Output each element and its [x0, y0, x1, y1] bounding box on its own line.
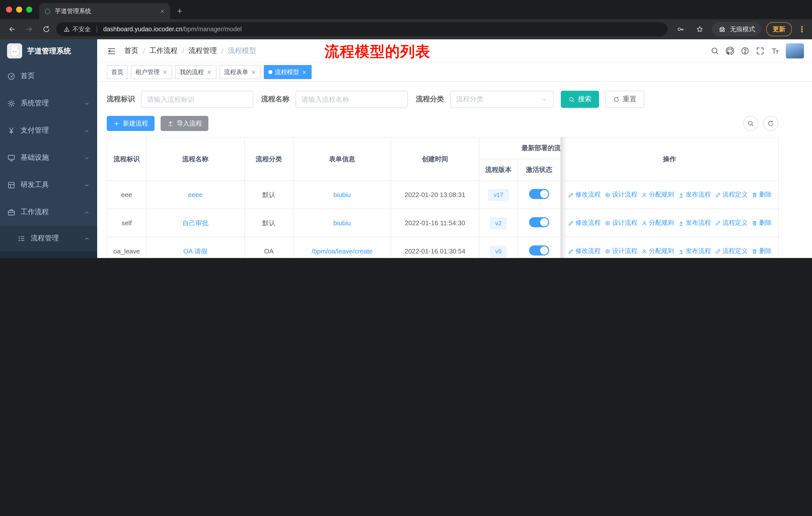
tag-close-icon[interactable]	[251, 69, 256, 75]
search-button[interactable]: 搜索	[561, 91, 599, 108]
tag-close-icon[interactable]	[162, 69, 168, 75]
select-placeholder: 流程分类	[456, 95, 483, 104]
reset-button[interactable]: 重置	[605, 91, 644, 108]
browser-tab[interactable]: 芋道管理系统	[39, 3, 170, 19]
process-name-link[interactable]: OA 请假	[183, 247, 207, 255]
font-size-icon[interactable]	[771, 46, 780, 55]
address-bar[interactable]: 不安全 dashboard.yudao.iocoder.cn/bpm/manag…	[56, 22, 668, 36]
tag-close-icon[interactable]	[301, 69, 307, 75]
page-content: 流程标识 流程名称 流程分类 流程分类 搜索	[97, 82, 812, 258]
action-edit-link[interactable]: 修改流程	[568, 219, 601, 227]
active-toggle[interactable]	[529, 245, 549, 255]
create-process-button[interactable]: 新建流程	[107, 116, 154, 131]
sidebar-item-home[interactable]: 首页	[0, 62, 97, 90]
link-icon	[715, 248, 721, 254]
form-info-link[interactable]: biubiu	[333, 219, 351, 227]
toggle-search-button[interactable]	[743, 116, 758, 131]
version-tag[interactable]: v5	[490, 246, 506, 257]
bookmark-button[interactable]	[693, 22, 707, 36]
breadcrumb-separator: /	[222, 47, 224, 55]
url-divider	[97, 26, 97, 33]
pen-icon	[568, 248, 574, 254]
action-design-link[interactable]: 设计流程	[605, 219, 637, 227]
breadcrumb-item[interactable]: 工作流程	[149, 46, 178, 55]
action-design-link[interactable]: 设计流程	[605, 190, 637, 199]
action-assign-link[interactable]: 分配规则	[641, 219, 674, 227]
update-button[interactable]: 更新	[766, 22, 792, 36]
search-icon[interactable]	[710, 46, 719, 55]
action-edit-link[interactable]: 修改流程	[568, 247, 601, 255]
action-assign-link[interactable]: 分配规则	[641, 247, 674, 255]
sidebar-item-infrastructure[interactable]: 基础设施	[0, 144, 97, 171]
action-assign-link[interactable]: 分配规则	[641, 190, 674, 199]
form-info-link[interactable]: biubiu	[333, 191, 351, 198]
active-toggle[interactable]	[529, 189, 549, 199]
process-name-input[interactable]	[295, 91, 408, 108]
browser-toolbar: 不安全 dashboard.yudao.iocoder.cn/bpm/manag…	[0, 19, 812, 39]
tag-process-form[interactable]: 流程表单	[220, 65, 261, 79]
browser-menu-button[interactable]	[797, 23, 807, 36]
tag-close-icon[interactable]	[206, 69, 212, 75]
user-avatar[interactable]	[786, 43, 804, 58]
target-icon	[605, 248, 611, 254]
tab-close-icon[interactable]	[160, 8, 165, 14]
import-process-button[interactable]: 导入流程	[161, 116, 208, 131]
refresh-icon	[767, 120, 774, 127]
process-name-link[interactable]: 自己审批	[182, 219, 208, 226]
sidebar-item-process-form[interactable]: 流程表单	[0, 251, 97, 258]
close-window-button[interactable]	[6, 6, 12, 12]
action-publish-link[interactable]: 发布流程	[678, 190, 711, 199]
maximize-window-button[interactable]	[26, 6, 32, 12]
table-toolbar: 新建流程 导入流程	[107, 116, 778, 131]
password-key-button[interactable]	[673, 22, 688, 36]
process-key-input[interactable]	[141, 91, 253, 108]
action-delete-link[interactable]: 删除	[752, 190, 772, 199]
publish-icon	[678, 248, 684, 254]
row-actions: 修改流程 设计流程 分配规则 发布流程 流程定义 删除	[564, 190, 775, 199]
action-design-link[interactable]: 设计流程	[605, 247, 637, 255]
target-icon	[605, 192, 611, 198]
screen: 芋道管理系统 不安全 dashboard.yudao.iocoder.cn/bp…	[0, 0, 812, 258]
action-publish-link[interactable]: 发布流程	[678, 219, 711, 227]
tag-my-process[interactable]: 我的流程	[175, 65, 216, 79]
form-info-link[interactable]: /bpm/oa/leave/create	[312, 247, 373, 255]
action-publish-link[interactable]: 发布流程	[678, 247, 711, 255]
version-tag[interactable]: v2	[490, 217, 506, 228]
version-tag[interactable]: v17	[489, 189, 509, 200]
new-tab-button[interactable]	[173, 4, 186, 18]
sidebar-logo[interactable]: 芋道管理系统	[0, 39, 97, 62]
sidebar-item-workflow[interactable]: 工作流程	[0, 198, 97, 226]
fullscreen-icon[interactable]	[756, 46, 765, 55]
breadcrumb: 首页 / 工作流程 / 流程管理 / 流程模型	[124, 46, 256, 55]
sidebar-item-payment[interactable]: 支付管理	[0, 117, 97, 144]
forward-button[interactable]	[22, 22, 36, 36]
minimize-window-button[interactable]	[16, 6, 22, 12]
tag-tenant-management[interactable]: 租户管理	[131, 65, 172, 79]
sidebar-item-process-management[interactable]: 流程管理	[0, 226, 97, 251]
action-definition-link[interactable]: 流程定义	[715, 247, 748, 255]
refresh-table-button[interactable]	[763, 116, 778, 131]
action-delete-link[interactable]: 删除	[752, 219, 772, 227]
sidebar-item-system[interactable]: 系统管理	[0, 90, 97, 117]
process-name-link[interactable]: eeee	[188, 191, 203, 198]
sidebar-item-devtools[interactable]: 研发工具	[0, 171, 97, 198]
sidebar-collapse-button[interactable]	[105, 45, 117, 57]
tag-home[interactable]: 首页	[107, 65, 128, 79]
tag-process-model[interactable]: 流程模型	[264, 65, 312, 79]
security-chip[interactable]: 不安全	[63, 25, 91, 33]
back-button[interactable]	[5, 22, 19, 36]
sidebar-item-label: 研发工具	[21, 181, 79, 189]
breadcrumb-item[interactable]: 流程管理	[189, 46, 217, 55]
breadcrumb-item[interactable]: 首页	[124, 46, 139, 55]
action-delete-link[interactable]: 删除	[752, 247, 772, 255]
action-definition-link[interactable]: 流程定义	[715, 190, 748, 199]
help-icon[interactable]	[741, 46, 750, 55]
reload-button[interactable]	[39, 22, 53, 36]
table-row: oa_leave OA 请假 OA /bpm/oa/leave/create 2…	[107, 237, 779, 258]
action-definition-link[interactable]: 流程定义	[715, 219, 748, 227]
action-edit-link[interactable]: 修改流程	[568, 190, 601, 199]
browser-tab-strip: 芋道管理系统	[0, 0, 812, 19]
process-category-select[interactable]: 流程分类	[450, 91, 554, 108]
github-icon[interactable]	[725, 46, 734, 55]
active-toggle[interactable]	[529, 217, 549, 227]
